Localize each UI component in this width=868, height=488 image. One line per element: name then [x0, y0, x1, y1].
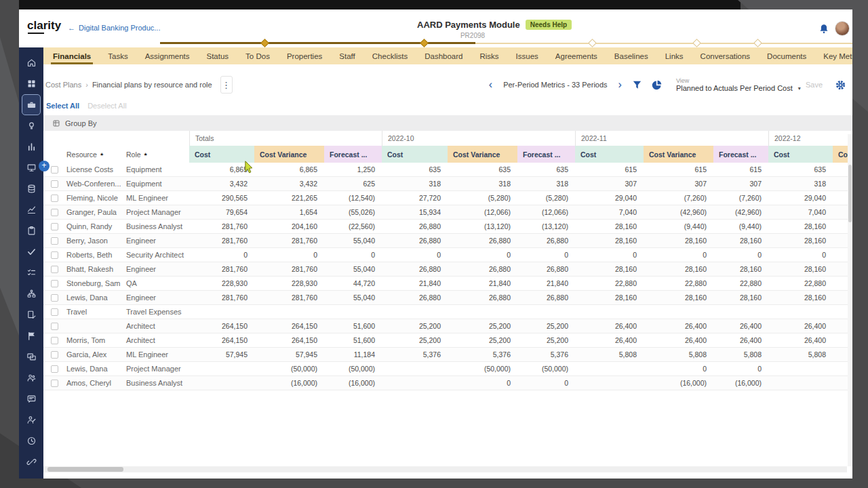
cell-value[interactable]: (7,260) [644, 191, 713, 205]
cell-value[interactable]: 615 [713, 163, 768, 176]
row-checkbox[interactable] [51, 308, 58, 316]
cell-value[interactable]: 26,880 [517, 291, 575, 304]
cell-value[interactable]: 57,945 [189, 348, 254, 361]
cell-value[interactable]: 28,160 [575, 234, 644, 247]
cell-value[interactable]: 21,840 [517, 277, 575, 290]
avatar[interactable] [835, 21, 850, 36]
cell-value[interactable]: 1,654 [254, 205, 324, 219]
breadcrumb-root[interactable]: Cost Plans [45, 81, 81, 89]
cell-value[interactable] [575, 305, 644, 319]
row-checkbox[interactable] [51, 365, 58, 373]
cell-value[interactable]: (16,000) [324, 376, 382, 390]
tab-checklists[interactable]: Checklists [372, 47, 408, 64]
cell-value[interactable]: (7,260) [713, 191, 768, 205]
cell-value[interactable]: 26,880 [382, 291, 448, 304]
cell-value[interactable]: (22,560) [324, 220, 382, 233]
cell-value[interactable]: (55,026) [324, 205, 382, 219]
cell-value[interactable]: (13,120) [448, 220, 517, 233]
cell-value[interactable]: 22,880 [768, 277, 833, 290]
approvals-icon[interactable] [22, 241, 41, 262]
cell-value[interactable]: 5,376 [517, 348, 575, 361]
cell-value[interactable]: 7,040 [768, 205, 833, 219]
cell-value[interactable]: 281,760 [189, 262, 254, 276]
cell-value[interactable]: 26,400 [768, 333, 833, 347]
cell-value[interactable]: 26,400 [575, 319, 644, 333]
tab-status[interactable]: Status [207, 47, 229, 64]
cell-value[interactable]: 0 [644, 248, 713, 262]
cell-value[interactable]: 25,200 [448, 333, 517, 347]
cell-value[interactable]: 22,880 [713, 277, 768, 290]
cell-value[interactable]: 615 [644, 163, 713, 176]
cell-value[interactable]: 0 [382, 248, 448, 262]
cell-value[interactable]: 6,865 [254, 163, 324, 176]
cell-value[interactable]: 44,720 [324, 277, 382, 290]
teams-icon[interactable] [22, 367, 41, 388]
row-checkbox[interactable] [51, 337, 58, 344]
cell-value[interactable] [189, 305, 254, 319]
tab-dashboard[interactable]: Dashboard [425, 47, 462, 64]
cell-value[interactable]: 318 [768, 177, 833, 190]
row-checkbox[interactable] [51, 351, 58, 359]
user-admin-icon[interactable] [22, 409, 41, 430]
cell-value[interactable]: (50,000) [517, 362, 575, 375]
cell-value[interactable]: 635 [517, 163, 575, 176]
bell-icon[interactable] [818, 23, 830, 35]
row-checkbox[interactable] [51, 237, 58, 245]
cell-value[interactable]: 57,945 [254, 348, 324, 361]
row-checkbox[interactable] [51, 223, 58, 230]
cell-value[interactable]: 26,880 [448, 291, 517, 304]
view-dropdown[interactable]: View Planned to Actuals Per Period Cost … [676, 77, 798, 92]
cell-value[interactable]: 28,160 [713, 234, 768, 247]
cell-value[interactable]: 281,760 [189, 291, 254, 304]
cell-value[interactable]: (50,000) [324, 362, 382, 375]
add-row-button[interactable]: + [39, 161, 50, 171]
clock-icon[interactable] [22, 430, 41, 451]
cell-value[interactable]: 318 [382, 177, 448, 190]
column-header-forecast[interactable]: Forecast ... [713, 146, 768, 163]
cell-value[interactable]: 228,930 [254, 277, 324, 290]
row-checkbox[interactable] [51, 380, 58, 387]
cell-value[interactable]: 29,040 [768, 191, 833, 205]
plan-edit-icon[interactable] [22, 304, 41, 325]
row-checkbox[interactable] [51, 166, 58, 174]
cell-value[interactable]: 5,808 [768, 348, 833, 361]
tab-properties[interactable]: Properties [287, 47, 322, 64]
monitor-icon[interactable] [22, 157, 41, 178]
cell-value[interactable]: 0 [713, 248, 768, 262]
column-header-role[interactable]: Role★ [121, 146, 189, 163]
cell-value[interactable]: 0 [448, 376, 517, 390]
tab-risks[interactable]: Risks [479, 47, 498, 64]
cell-value[interactable]: (16,000) [254, 376, 324, 390]
cell-value[interactable]: 7,040 [575, 205, 644, 219]
vertical-scrollbar[interactable] [848, 134, 852, 466]
cell-value[interactable] [324, 305, 382, 319]
cell-value[interactable]: (5,280) [448, 191, 517, 205]
cell-value[interactable]: 204,160 [254, 220, 324, 233]
column-header-resource[interactable]: Resource★ [61, 146, 121, 163]
cell-value[interactable] [575, 362, 644, 375]
pie-chart-icon[interactable] [650, 77, 665, 92]
cell-value[interactable]: 625 [324, 177, 382, 190]
cell-value[interactable] [189, 362, 254, 375]
cell-value[interactable]: 0 [517, 376, 575, 390]
cell-value[interactable]: 26,880 [448, 234, 517, 247]
cell-value[interactable]: 1,250 [324, 163, 382, 176]
cell-value[interactable] [768, 305, 833, 319]
cell-value[interactable]: (12,066) [517, 205, 575, 219]
cell-value[interactable]: 15,934 [382, 205, 448, 219]
row-checkbox[interactable] [51, 280, 58, 287]
grid-icon[interactable] [22, 73, 41, 94]
cell-value[interactable] [382, 305, 448, 319]
tab-documents[interactable]: Documents [767, 47, 806, 64]
ideas-icon[interactable] [22, 115, 41, 136]
cell-value[interactable]: 281,760 [189, 234, 254, 247]
deselect-all-link[interactable]: Deselect All [87, 102, 126, 110]
cell-value[interactable]: 26,880 [382, 220, 448, 233]
cell-value[interactable]: 635 [448, 163, 517, 176]
cell-value[interactable]: 0 [517, 248, 575, 262]
next-period-button[interactable]: › [615, 79, 625, 90]
cell-value[interactable]: 55,040 [324, 234, 382, 247]
cell-value[interactable]: 26,400 [768, 319, 833, 333]
previous-period-button[interactable]: ‹ [486, 79, 496, 90]
cell-value[interactable]: 3,432 [254, 177, 324, 190]
